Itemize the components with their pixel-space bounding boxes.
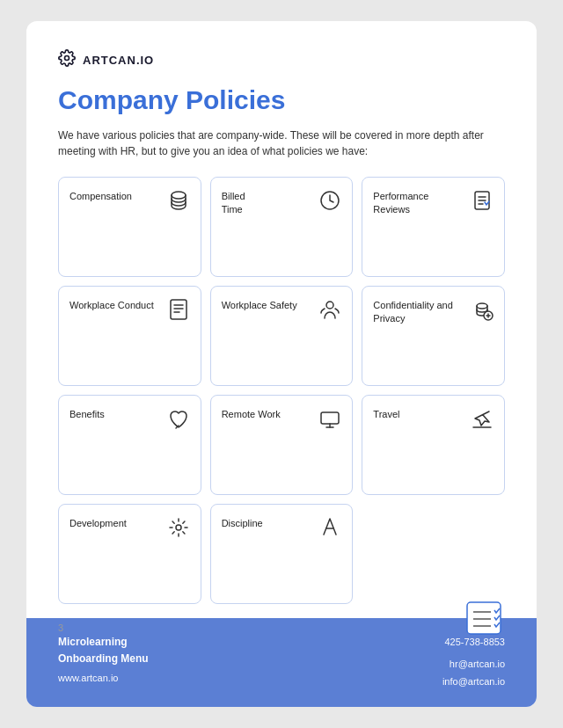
card-remote-work[interactable]: Remote Work [210,395,354,495]
card-icon-billed-time [317,188,343,213]
description: We have various policies that are compan… [58,127,505,159]
card-label-discipline: Discipline [222,515,312,530]
logo-row: ARTCAN.IO [58,49,505,71]
card-icon-discipline [317,515,343,540]
card-icon-development [165,515,192,540]
card-performance-reviews[interactable]: Performance Reviews [362,177,505,277]
card-billed-time[interactable]: Billed Time [210,177,354,277]
footer-left: Microlearning Onboarding Menu www.artcan… [58,634,149,683]
card-label-development: Development [69,515,160,530]
footer-right: 425-738-8853 hr@artcan.io info@artcan.io [442,634,505,691]
card-icon-compensation [165,188,192,213]
card-label-billed-time: Billed Time [222,188,312,217]
checklist-icon [466,601,505,637]
card-confidentiality-privacy[interactable]: Confidentiality and Privacy [362,286,505,386]
footer: Microlearning Onboarding Menu www.artcan… [26,618,537,707]
footer-line2: Onboarding Menu [58,651,149,667]
svg-rect-7 [171,300,186,319]
gear-icon [58,49,76,71]
card-icon-travel [469,406,495,431]
card-label-workplace-safety: Workplace Safety [222,297,312,312]
svg-rect-16 [321,412,339,424]
card-benefits[interactable]: Benefits [58,395,201,495]
footer-line1: Microlearning [58,634,149,651]
svg-point-12 [477,303,487,309]
card-travel[interactable]: Travel [362,395,505,495]
svg-point-20 [176,525,181,530]
card-icon-confidentiality-privacy [469,297,495,322]
card-workplace-safety[interactable]: Workplace Safety [210,286,354,386]
card-icon-workplace-conduct [165,297,192,322]
page-title: Company Policies [58,85,505,115]
card-label-remote-work: Remote Work [222,406,312,421]
card-workplace-conduct[interactable]: Workplace Conduct [58,286,201,386]
card-label-performance-reviews: Performance Reviews [373,188,464,217]
svg-point-0 [65,56,69,61]
svg-point-1 [172,192,186,199]
main-content: ARTCAN.IO Company Policies We have vario… [26,21,537,618]
footer-email1: hr@artcan.io [442,656,505,673]
card-label-workplace-conduct: Workplace Conduct [69,297,160,312]
svg-point-11 [326,302,333,309]
card-development[interactable]: Development [58,504,201,604]
page-number: 3 [58,622,63,633]
card-label-benefits: Benefits [69,406,160,421]
card-label-compensation: Compensation [69,188,160,203]
card-icon-remote-work [317,406,343,431]
card-compensation[interactable]: Compensation [58,177,201,277]
card-icon-workplace-safety [317,297,343,322]
card-label-confidentiality-privacy: Confidentiality and Privacy [373,297,464,326]
card-icon-benefits [165,406,192,431]
page: ARTCAN.IO Company Policies We have vario… [26,21,537,707]
card-discipline[interactable]: Discipline [210,504,354,604]
card-label-travel: Travel [373,406,464,421]
policy-grid: CompensationBilled TimePerformance Revie… [58,177,505,604]
card-icon-performance-reviews [469,188,495,213]
footer-website: www.artcan.io [58,673,149,683]
footer-email2: info@artcan.io [442,673,505,691]
logo-text: ARTCAN.IO [83,54,154,67]
